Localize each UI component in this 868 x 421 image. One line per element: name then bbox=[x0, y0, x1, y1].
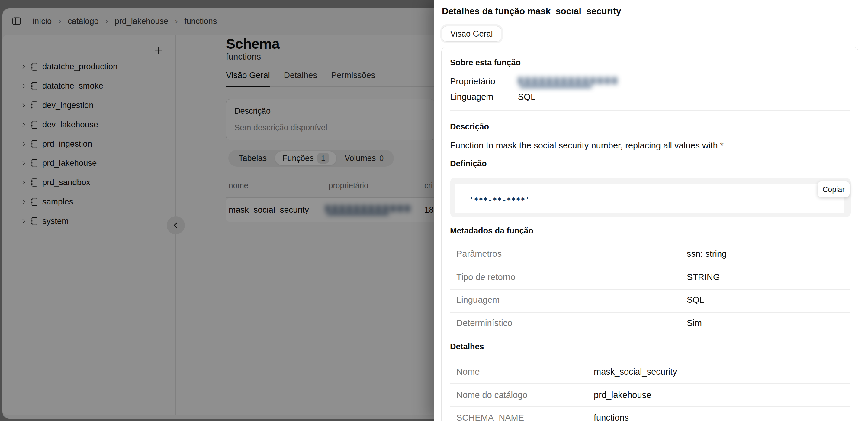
function-definition-code: '***-**-****' bbox=[469, 196, 530, 204]
details-row-label: Nome bbox=[456, 366, 479, 377]
code-block: '***-**-****' bbox=[450, 178, 851, 217]
owner-value-redacted bbox=[518, 76, 618, 89]
metadata-row-value: Sim bbox=[687, 317, 702, 329]
description-heading: Descrição bbox=[450, 122, 489, 132]
section-divider bbox=[450, 110, 849, 111]
row-divider bbox=[450, 266, 849, 266]
description-text: Function to mask the social security num… bbox=[450, 141, 724, 150]
copy-button[interactable]: Copiar bbox=[817, 181, 849, 197]
details-row-label: SCHEMA_NAME bbox=[456, 412, 524, 421]
metadata-row-label: Tipo de retorno bbox=[456, 271, 516, 283]
details-heading: Detalhes bbox=[450, 342, 484, 352]
details-row-value: functions bbox=[594, 412, 629, 421]
metadata-row-label: Linguagem bbox=[456, 294, 500, 306]
row-divider bbox=[450, 289, 849, 290]
row-divider bbox=[450, 383, 849, 384]
row-divider bbox=[450, 406, 849, 407]
metadata-row-value: STRING bbox=[687, 271, 720, 283]
metadata-row-label: Determinístico bbox=[456, 317, 512, 329]
about-heading: Sobre esta função bbox=[450, 58, 521, 67]
drawer-title: Detalhes da função mask_social_security bbox=[442, 6, 621, 16]
code-block-inner: '***-**-****' bbox=[455, 184, 844, 213]
metadata-heading: Metadados da função bbox=[450, 226, 533, 235]
details-row-value: prd_lakehouse bbox=[594, 389, 651, 401]
details-row-label: Nome do catálogo bbox=[456, 389, 527, 401]
details-row-value: mask_social_security bbox=[594, 366, 677, 377]
metadata-row-label: Parâmetros bbox=[456, 248, 502, 259]
metadata-row-value: SQL bbox=[687, 294, 704, 306]
metadata-row-value: ssn: string bbox=[687, 248, 727, 259]
owner-label: Proprietário bbox=[450, 76, 495, 87]
language-value: SQL bbox=[518, 91, 535, 103]
definition-heading: Definição bbox=[450, 159, 487, 168]
drawer-tab-visao-geral[interactable]: Visão Geral bbox=[442, 26, 501, 42]
row-divider bbox=[450, 312, 849, 313]
drawer-content-card: Sobre esta função Proprietário Linguagem… bbox=[441, 47, 858, 421]
language-label: Linguagem bbox=[450, 91, 494, 103]
function-details-drawer: Detalhes da função mask_social_security … bbox=[434, 0, 868, 421]
